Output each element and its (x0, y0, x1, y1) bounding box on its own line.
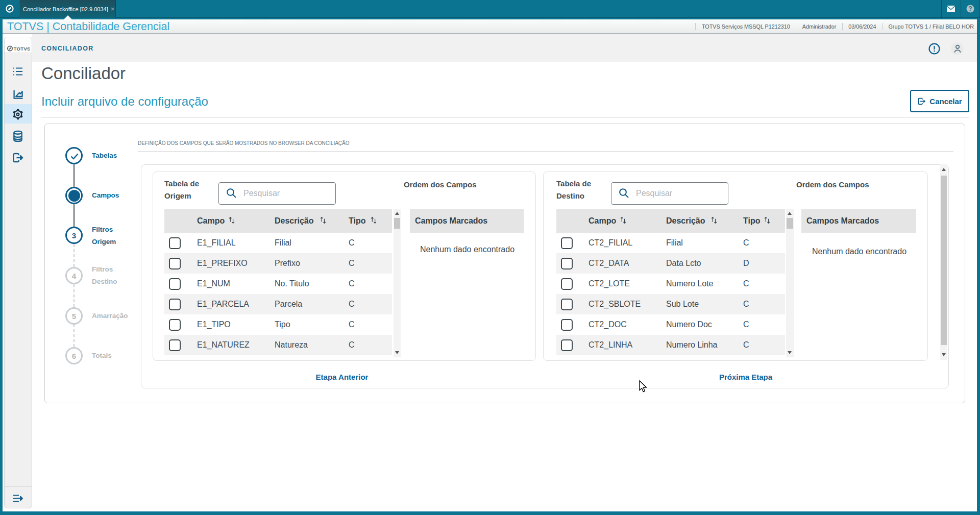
svg-text:TOTVS: TOTVS (14, 46, 30, 52)
svg-text:?: ? (968, 5, 972, 12)
